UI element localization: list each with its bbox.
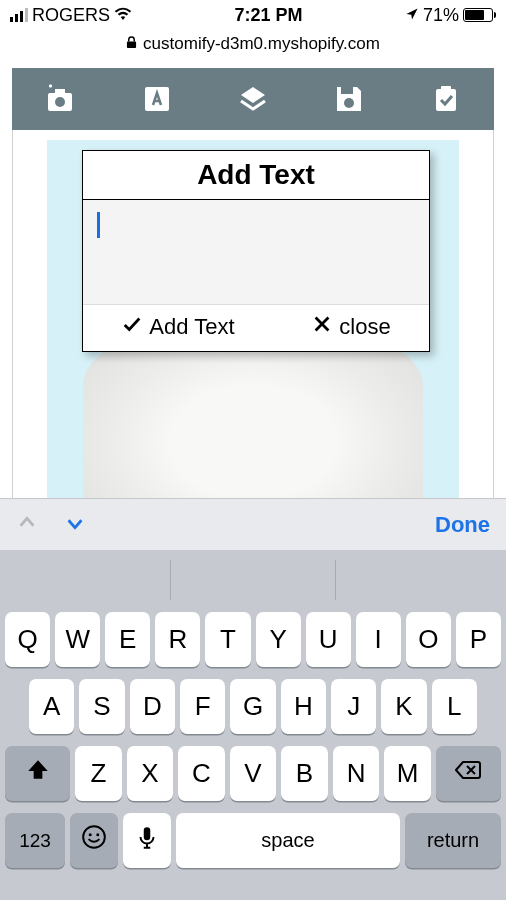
key-z[interactable]: Z [75,746,122,801]
svg-rect-8 [441,86,451,91]
battery-icon [463,8,496,22]
mic-icon [134,824,160,857]
input-cursor [97,212,100,238]
save-icon[interactable] [332,82,366,116]
svg-point-9 [83,826,105,848]
key-d[interactable]: D [130,679,175,734]
text-input[interactable] [83,200,429,305]
close-button[interactable]: close [311,313,390,341]
key-t[interactable]: T [205,612,250,667]
key-i[interactable]: I [356,612,401,667]
location-icon [405,5,419,26]
key-y[interactable]: Y [256,612,301,667]
keyboard-row-3: Z X C V B N M [5,746,501,801]
url-text: customify-d3m0.myshopify.com [143,34,380,54]
backspace-key[interactable] [436,746,501,801]
close-icon [311,313,333,341]
key-o[interactable]: O [406,612,451,667]
keyboard-predictions [5,560,501,600]
mic-key[interactable] [123,813,171,868]
add-text-label: Add Text [149,314,234,340]
key-u[interactable]: U [306,612,351,667]
svg-point-3 [55,97,65,107]
next-field-button[interactable] [64,512,86,538]
add-image-icon[interactable] [43,82,77,116]
key-l[interactable]: L [432,679,477,734]
keyboard-row-1: Q W E R T Y U I O P [5,612,501,667]
key-x[interactable]: X [127,746,174,801]
keyboard-accessory-bar: Done [0,498,506,550]
modal-title: Add Text [83,151,429,200]
svg-rect-6 [341,87,353,94]
shift-icon [25,757,51,790]
key-c[interactable]: C [178,746,225,801]
svg-point-11 [96,833,99,836]
backspace-icon [455,757,481,790]
close-label: close [339,314,390,340]
battery-pct: 71% [423,5,459,26]
add-text-button[interactable]: Add Text [121,313,234,341]
svg-point-5 [344,98,354,108]
browser-url-bar[interactable]: customify-d3m0.myshopify.com [0,28,506,64]
svg-rect-0 [127,42,136,48]
return-key[interactable]: return [405,813,501,868]
key-v[interactable]: V [230,746,277,801]
key-p[interactable]: P [456,612,501,667]
key-s[interactable]: S [79,679,124,734]
key-r[interactable]: R [155,612,200,667]
svg-rect-7 [436,89,456,111]
shift-key[interactable] [5,746,70,801]
text-icon[interactable] [140,82,174,116]
key-h[interactable]: H [281,679,326,734]
add-text-modal: Add Text Add Text close [82,150,430,352]
keyboard-row-2: A S D F G H J K L [5,679,501,734]
key-f[interactable]: F [180,679,225,734]
layers-icon[interactable] [236,82,270,116]
ios-keyboard: Q W E R T Y U I O P A S D F G H J K L Z … [0,550,506,900]
key-b[interactable]: B [281,746,328,801]
key-g[interactable]: G [230,679,275,734]
key-w[interactable]: W [55,612,100,667]
key-k[interactable]: K [381,679,426,734]
keyboard-done-button[interactable]: Done [435,512,490,538]
prev-field-button[interactable] [16,512,38,538]
key-n[interactable]: N [333,746,380,801]
carrier-label: ROGERS [32,5,110,26]
emoji-key[interactable] [70,813,118,868]
key-q[interactable]: Q [5,612,50,667]
svg-rect-2 [55,89,65,93]
status-time: 7:21 PM [234,5,302,26]
check-icon [121,313,143,341]
clipboard-icon[interactable] [429,82,463,116]
signal-icon [10,8,28,22]
key-e[interactable]: E [105,612,150,667]
svg-point-10 [89,833,92,836]
svg-rect-12 [144,827,151,840]
key-a[interactable]: A [29,679,74,734]
product-image [83,330,423,510]
key-j[interactable]: J [331,679,376,734]
key-m[interactable]: M [384,746,431,801]
space-key[interactable]: space [176,813,400,868]
editor-toolbar [12,68,494,130]
lock-icon [126,34,137,54]
emoji-icon [81,824,107,857]
wifi-icon [114,5,132,26]
numbers-key[interactable]: 123 [5,813,65,868]
ios-status-bar: ROGERS 7:21 PM 71% [0,0,506,28]
keyboard-row-4: 123 space return [5,813,501,868]
